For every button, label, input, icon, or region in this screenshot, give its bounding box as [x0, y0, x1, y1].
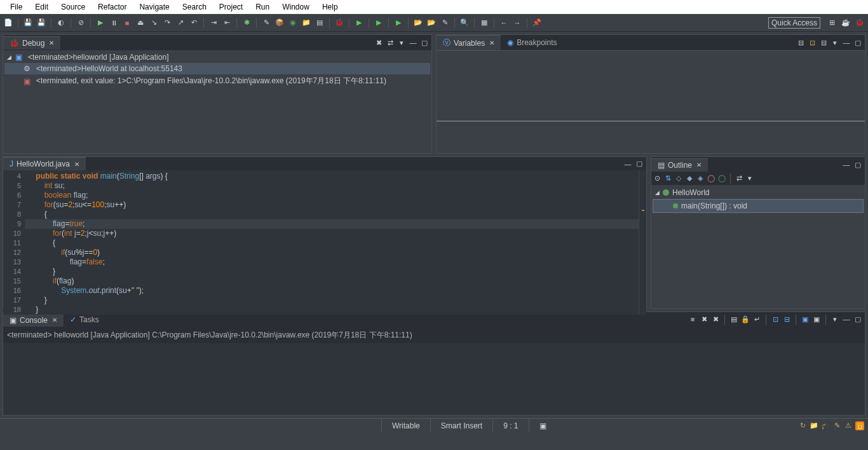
- search-icon[interactable]: 🔍: [459, 17, 470, 29]
- run-last-icon[interactable]: ▶: [393, 17, 404, 29]
- debug-tree-root[interactable]: ◢ ▣ <terminated>helloworld [Java Applica…: [4, 51, 430, 63]
- disconnect-icon[interactable]: ⏏: [135, 17, 146, 29]
- open-console-icon[interactable]: ▣: [812, 315, 821, 324]
- toggle-breadcrumb-icon[interactable]: ◐: [55, 17, 67, 29]
- menu-file[interactable]: File: [4, 1, 29, 13]
- menu-navigate[interactable]: Navigate: [133, 1, 175, 13]
- hat-icon[interactable]: 🎓: [821, 421, 830, 430]
- tasks-tab[interactable]: ✓ Tasks: [64, 313, 105, 326]
- close-icon[interactable]: ✕: [74, 161, 79, 168]
- focus-icon[interactable]: ⊙: [653, 174, 661, 182]
- updates-icon[interactable]: ↻: [798, 421, 807, 430]
- terminate-console-icon[interactable]: ■: [688, 315, 697, 324]
- package-icon[interactable]: 📦: [274, 17, 285, 29]
- back-icon[interactable]: ←: [498, 17, 510, 29]
- external-tools-icon[interactable]: 📂: [412, 17, 424, 29]
- maximize-icon[interactable]: ▢: [853, 160, 862, 169]
- forward-icon[interactable]: →: [512, 17, 523, 29]
- rss-icon[interactable]: ⌼: [855, 421, 864, 430]
- code-area[interactable]: public static void main(String[] args) {…: [25, 170, 639, 315]
- debug-perspective-icon[interactable]: 🐞: [854, 17, 865, 29]
- maximize-icon[interactable]: ▢: [853, 38, 862, 47]
- link-icon[interactable]: ⇄: [386, 38, 395, 47]
- step-over-icon[interactable]: ↷: [161, 17, 173, 29]
- folder-icon[interactable]: 📁: [810, 421, 818, 430]
- display-selected-icon[interactable]: ⊟: [782, 315, 791, 324]
- warning-icon[interactable]: ⚠: [844, 421, 853, 430]
- console-body[interactable]: [3, 343, 865, 415]
- folder-icon[interactable]: 📁: [301, 17, 312, 29]
- quick-access[interactable]: Quick Access: [768, 17, 820, 29]
- variables-tab[interactable]: ⓥ Variables ✕: [437, 35, 501, 50]
- outline-method[interactable]: main(String[]) : void: [653, 199, 864, 213]
- expand-icon[interactable]: ◢: [655, 189, 660, 196]
- step-return-icon[interactable]: ↗: [175, 17, 186, 29]
- editor-body[interactable]: 456789101112131415161718 public static v…: [3, 170, 646, 315]
- breakpoints-tab[interactable]: ◉ Breakpoints: [501, 36, 563, 49]
- terminate-icon[interactable]: ■: [121, 17, 133, 29]
- menu-search[interactable]: Search: [176, 1, 213, 13]
- drop-frame-icon[interactable]: ↶: [188, 17, 200, 29]
- menu-project[interactable]: Project: [213, 1, 249, 13]
- minimize-icon[interactable]: —: [409, 38, 417, 47]
- sort-icon[interactable]: ⇅: [663, 174, 672, 182]
- pin-console-icon[interactable]: ⊡: [771, 315, 780, 324]
- open-perspective-icon[interactable]: ⊞: [826, 17, 837, 29]
- class-icon[interactable]: ◉: [287, 17, 299, 29]
- outline-tab[interactable]: ▤ Outline ✕: [651, 158, 708, 172]
- minimize-icon[interactable]: —: [842, 160, 851, 169]
- coverage-icon[interactable]: ▶: [373, 17, 384, 29]
- use-step-filters-icon[interactable]: ⇤: [221, 17, 233, 29]
- open-type-icon[interactable]: 📂: [426, 17, 437, 29]
- annotations-icon[interactable]: ▦: [478, 17, 490, 29]
- close-icon[interactable]: ✕: [696, 161, 702, 168]
- clear-console-icon[interactable]: ▤: [729, 315, 738, 324]
- menu-window[interactable]: Window: [276, 1, 316, 13]
- editor-tab[interactable]: J HelloWorld.java ✕: [3, 157, 86, 170]
- debug-tab[interactable]: 🐞 Debug ✕: [3, 36, 60, 50]
- maximize-icon[interactable]: ▢: [635, 160, 644, 168]
- edit-icon[interactable]: ✎: [439, 17, 451, 29]
- new-class-icon[interactable]: ✱: [241, 17, 252, 29]
- show-logical-icon[interactable]: ⊡: [808, 38, 817, 47]
- save-all-icon[interactable]: 💾: [36, 17, 47, 29]
- java-perspective-icon[interactable]: ☕: [840, 17, 851, 29]
- view-menu-icon[interactable]: ▾: [745, 174, 754, 182]
- show-console-icon[interactable]: ▣: [801, 315, 810, 324]
- expand-icon[interactable]: ◢: [7, 54, 11, 60]
- overview-ruler[interactable]: [639, 170, 646, 315]
- menu-refactor[interactable]: Refactor: [92, 1, 133, 13]
- new-icon[interactable]: 📄: [3, 17, 14, 29]
- hide-local-icon[interactable]: ◯: [707, 174, 715, 182]
- debug-tree-process[interactable]: ▣ <terminated, exit value: 1>C:\Program …: [4, 74, 430, 88]
- outline-class[interactable]: ◢ HelloWorld: [653, 186, 864, 199]
- remove-launch-icon[interactable]: ✖: [700, 315, 709, 324]
- save-icon[interactable]: 💾: [22, 17, 34, 29]
- minimize-icon[interactable]: —: [842, 315, 851, 324]
- step-into-icon[interactable]: ↘: [148, 17, 159, 29]
- view-menu-icon[interactable]: ▾: [831, 38, 839, 47]
- scroll-lock-icon[interactable]: 🔒: [741, 315, 750, 324]
- close-icon[interactable]: ✕: [49, 39, 54, 46]
- wand-icon[interactable]: ✎: [261, 17, 272, 29]
- word-wrap-icon[interactable]: ↵: [752, 315, 761, 324]
- menu-help[interactable]: Help: [316, 1, 344, 13]
- run-icon[interactable]: ▶: [353, 17, 365, 29]
- show-type-icon[interactable]: ⊟: [796, 38, 805, 47]
- hide-nonpublic-icon[interactable]: ◈: [696, 174, 705, 182]
- remove-all-icon[interactable]: ✖: [711, 315, 720, 324]
- properties-icon[interactable]: ▤: [314, 17, 325, 29]
- menu-run[interactable]: Run: [249, 1, 276, 13]
- hide-fields-icon[interactable]: ◇: [674, 174, 683, 182]
- close-icon[interactable]: ✕: [52, 317, 57, 324]
- pin-icon[interactable]: 📌: [531, 17, 543, 29]
- menu-source[interactable]: Source: [55, 1, 92, 13]
- view-menu-icon[interactable]: ▾: [397, 38, 406, 47]
- console-tab[interactable]: ▣ Console ✕: [3, 313, 64, 327]
- pencil-icon[interactable]: ✎: [832, 421, 841, 430]
- hide-private-icon[interactable]: ◯: [717, 174, 726, 182]
- step-filters-icon[interactable]: ⇥: [208, 17, 219, 29]
- remove-terminated-icon[interactable]: ✖: [374, 38, 383, 47]
- maximize-icon[interactable]: ▢: [853, 315, 862, 324]
- link-editor-icon[interactable]: ⇄: [735, 174, 743, 182]
